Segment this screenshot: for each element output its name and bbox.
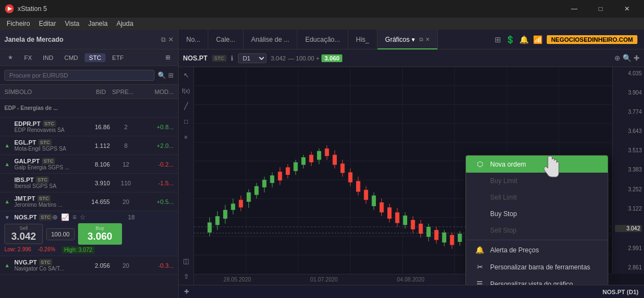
minimize-button[interactable]: — — [562, 0, 587, 18]
ctx-sell-stop: Sell Stop — [466, 222, 608, 239]
y-label-current: 3.042 — [615, 225, 642, 232]
tab-educacao[interactable]: Educação... — [297, 30, 348, 49]
col-bid-header: BID — [72, 89, 106, 95]
ctx-personalizar-barra-label: Personalizar barra de ferramentas — [490, 263, 590, 271]
line-tool[interactable]: ╱ — [180, 100, 192, 112]
close-button[interactable]: ✕ — [614, 0, 640, 18]
list-item[interactable]: EDP - Energias de ... — [0, 99, 178, 118]
graficos-window-icon[interactable]: ⧉ — [419, 36, 423, 43]
tab-graficos[interactable]: Gráficos ▾ ⧉ ✕ — [377, 30, 438, 49]
close-market-icon[interactable]: ✕ — [168, 36, 174, 43]
nos-add-icon[interactable]: ⊕ — [52, 213, 58, 221]
grid-icon[interactable]: ⊞ — [168, 71, 174, 79]
arrow-up-icon: ▲ — [4, 142, 12, 148]
instrument-bid: 3.910 — [78, 180, 110, 186]
nos-order-icon[interactable]: ≡ — [73, 213, 76, 221]
ctx-personalizar-vista-label: Personalizar vista do gráfico — [490, 280, 573, 285]
list-item[interactable]: ▲ GALP.PT STC Galp Energia SGPS ... 8.10… — [0, 155, 178, 174]
tab-his[interactable]: His_ — [348, 30, 377, 49]
menu-file[interactable]: Ficheiro — [2, 18, 35, 30]
svg-rect-24 — [215, 216, 220, 225]
left-panel: Janela de Mercado ⧉ ✕ ★ FX IND CMD STC E… — [0, 30, 179, 298]
list-item[interactable]: ▲ NVG.PT STC Navigator Co SA/T... 2.056 … — [0, 256, 178, 275]
tab-fx[interactable]: FX — [20, 53, 36, 62]
instrument-spread: 18 — [89, 214, 174, 220]
monitor-icon[interactable]: ⊞ — [495, 35, 501, 44]
layer-tool[interactable]: ◫ — [180, 255, 192, 267]
footer-add-icon[interactable]: ✚ — [184, 288, 189, 295]
instrument-subname: Mota-Engil SGPS SA — [14, 146, 78, 152]
chart-area: NOS.PT STC ℹ D1H4H1M15 3.042 — 100.00 + … — [179, 49, 644, 298]
svg-rect-64 — [372, 196, 376, 206]
chart-info-icon[interactable]: ℹ — [231, 54, 234, 62]
search-icon[interactable]: 🔍 — [158, 71, 166, 79]
tab-cale[interactable]: Cale... — [208, 30, 243, 49]
list-item[interactable]: ▼ NOS.PT STC ⊕ 📈 ≡ ☆ 18 Sell 3.042 — [0, 211, 178, 256]
arrow-up-icon: ▲ — [4, 161, 12, 167]
menu-window[interactable]: Janela — [84, 18, 112, 30]
menu-edit[interactable]: Editar — [35, 18, 60, 30]
y-label: 3.383 — [615, 167, 642, 173]
list-item[interactable]: IBS.PT STC Ibersol SGPS SA 3.910 110 -1.… — [0, 174, 178, 192]
ctx-personalizar-vista[interactable]: ☰ Personalizar vista do gráfico — [466, 275, 608, 285]
col-symbol-header: SÍMBOLO — [4, 89, 72, 95]
tab-cmd[interactable]: CMD — [60, 53, 82, 62]
right-panel: No... Cale... Análise de ... Educação...… — [179, 30, 644, 298]
ctx-buy-stop[interactable]: Buy Stop — [466, 206, 608, 222]
y-label: 3.643 — [615, 128, 642, 134]
svg-rect-42 — [286, 167, 290, 175]
list-item[interactable]: EDPR.PT STC EDP Renovaveis SA 16.86 2 +0… — [0, 118, 178, 136]
menu-help[interactable]: Ajuda — [112, 18, 138, 30]
chart-zoom-in-icon[interactable]: 🔍 — [623, 54, 631, 62]
chart-toolbar: NOS.PT STC ℹ D1H4H1M15 3.042 — 100.00 + … — [179, 49, 644, 67]
sell-box[interactable]: Sell 3.042 — [4, 224, 43, 244]
maximize-button[interactable]: □ — [588, 0, 613, 18]
chart-crosshair-icon[interactable]: ⊕ — [614, 54, 620, 62]
ctx-sell-limit: Sell Limit — [466, 189, 608, 206]
tab-no[interactable]: No... — [179, 30, 208, 49]
list-item[interactable]: ▲ JMT.PT STC Jeronimo Martins ... 14.655… — [0, 192, 178, 211]
svg-rect-22 — [208, 223, 212, 233]
fx-tool[interactable]: f(x) — [180, 85, 192, 97]
search-input[interactable] — [4, 70, 154, 81]
instrument-name: IBS.PT STC — [14, 176, 78, 183]
x-label: 01.07.2020 — [310, 277, 338, 283]
rect-tool[interactable]: □ — [180, 115, 192, 128]
fib-tool[interactable]: ≡ — [180, 131, 192, 143]
instrument-mod: -0.2... — [142, 161, 174, 168]
ctx-alerta-precos[interactable]: 🔔 Alerta de Preços — [466, 241, 608, 258]
cursor-tool[interactable]: ↖ — [180, 69, 192, 81]
ctx-personalizar-barra[interactable]: ✂ Personalizar barra de ferramentas — [466, 258, 608, 275]
graficos-close-icon[interactable]: ✕ — [425, 36, 430, 42]
ctx-nova-ordem[interactable]: ⬡ Nova ordem — [466, 156, 608, 173]
arrow-up-icon: ▲ — [4, 262, 12, 268]
dollar-icon[interactable]: 💲 — [506, 35, 515, 44]
svg-rect-54 — [332, 155, 337, 165]
svg-rect-70 — [395, 212, 399, 223]
chart-add-icon[interactable]: ✚ — [634, 54, 640, 62]
tab-analise[interactable]: Análise de ... — [243, 30, 297, 49]
tab-portfolio[interactable]: ⊞ — [161, 53, 175, 62]
timeframe-select[interactable]: D1H4H1M15 — [238, 53, 267, 63]
quantity-input[interactable]: 100.00 — [46, 228, 75, 240]
nos-star-icon[interactable]: ☆ — [80, 213, 86, 221]
wifi-icon[interactable]: 📶 — [533, 35, 542, 44]
tab-etf[interactable]: ETF — [108, 53, 128, 62]
buy-box[interactable]: Buy 3.060 — [78, 223, 122, 245]
bell-icon[interactable]: 🔔 — [519, 35, 529, 44]
low-value: Low: 2.996 — [4, 246, 31, 253]
list-item[interactable]: ▲ EGL.PT STC Mota-Engil SGPS SA 1.112 8 … — [0, 136, 178, 155]
tab-stc[interactable]: STC — [85, 53, 106, 62]
top-nav: No... Cale... Análise de ... Educação...… — [179, 30, 644, 49]
nos-chart-icon[interactable]: 📈 — [61, 213, 69, 221]
expand-icon[interactable]: ⧉ — [161, 36, 166, 43]
svg-rect-58 — [348, 172, 353, 182]
instrument-spread: 110 — [110, 180, 142, 186]
svg-rect-50 — [317, 151, 321, 160]
ctx-buy-limit: Buy Limit — [466, 173, 608, 189]
menu-view[interactable]: Vista — [60, 18, 84, 30]
share-tool[interactable]: ⇧ — [180, 271, 192, 283]
chart-canvas: ↖ f(x) ╱ □ ≡ ◫ ⇧ — [179, 67, 644, 285]
tab-star[interactable]: ★ — [3, 53, 18, 62]
tab-ind[interactable]: IND — [38, 53, 58, 62]
